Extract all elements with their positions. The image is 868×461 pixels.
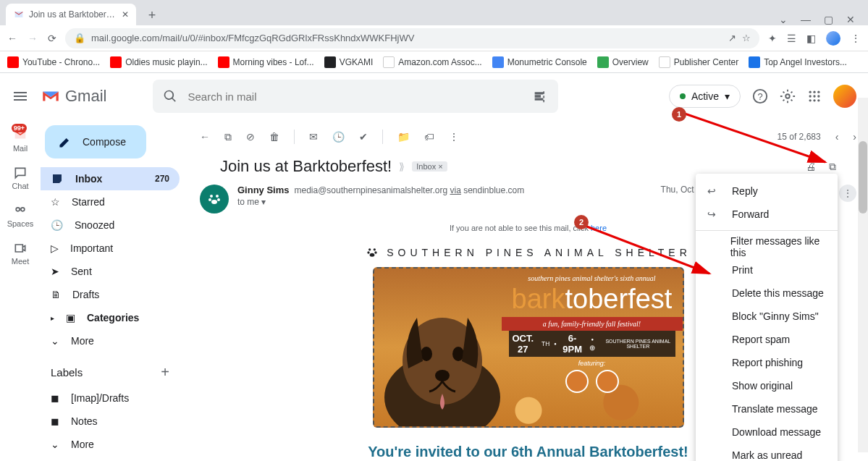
kebab-icon[interactable]: ⋮ [851, 33, 861, 44]
gmail-logo[interactable]: Gmail [41, 87, 106, 106]
search-box[interactable] [153, 80, 558, 113]
close-icon[interactable]: ✕ [122, 9, 129, 20]
mark-unread-icon[interactable]: ✉ [309, 131, 318, 143]
menu-delete[interactable]: Delete this message [696, 282, 838, 305]
menu-forward[interactable]: ↪Forward [696, 203, 838, 226]
apps-icon[interactable] [807, 89, 822, 103]
spaces-icon [13, 203, 28, 218]
fallback-link[interactable]: here [591, 224, 607, 232]
add-task-icon[interactable]: ✔ [359, 131, 368, 143]
label-more[interactable]: ⌄More [41, 433, 180, 456]
menu-filter[interactable]: Filter messages like this [696, 235, 838, 258]
back-icon[interactable]: ← [200, 131, 210, 143]
share-icon[interactable]: ↗ [728, 33, 736, 43]
new-tab-button[interactable]: + [142, 5, 162, 25]
sender-avatar[interactable] [200, 185, 229, 213]
bookmark-item[interactable]: VGKAMI [324, 56, 374, 68]
bookmark-item[interactable]: Overview [597, 56, 649, 68]
menu-print[interactable]: Print [696, 258, 838, 282]
menu-phishing[interactable]: Report phishing [696, 351, 838, 374]
window-controls: ⌄ — ▢ ✕ [779, 14, 862, 25]
bookmark-item[interactable]: Publisher Center [659, 56, 738, 68]
bookmark-item[interactable]: Monumetric Console [492, 56, 587, 68]
sidebar-item-more[interactable]: ⌄More [41, 329, 180, 352]
sidebar-item-inbox[interactable]: Inbox270 [41, 167, 180, 190]
chat-icon [13, 166, 28, 180]
svg-text:?: ? [757, 91, 762, 102]
popout-icon[interactable]: ⧉ [829, 161, 836, 173]
star-icon[interactable]: ☆ [742, 33, 751, 43]
menu-block[interactable]: Block "Ginny Sims" [696, 305, 838, 328]
bookmark-item[interactable]: YouTube - Chrono... [7, 56, 100, 68]
menu-icon[interactable] [12, 88, 29, 105]
maximize-icon[interactable]: ▢ [824, 14, 833, 25]
close-window-icon[interactable]: ✕ [846, 14, 855, 25]
search-input[interactable] [187, 90, 523, 103]
rail-spaces[interactable]: Spaces [7, 203, 34, 228]
chevron-down-icon[interactable]: ⌄ [779, 14, 788, 25]
prev-icon[interactable]: ‹ [835, 131, 839, 143]
svg-point-15 [216, 195, 219, 198]
reload-icon[interactable]: ⟳ [48, 33, 56, 44]
settings-icon[interactable] [780, 88, 796, 104]
archive-icon[interactable]: ⧉ [224, 131, 232, 143]
chevron-down-icon: ⌄ [51, 439, 59, 450]
bookmark-item[interactable]: Amazon.com Assoc... [383, 56, 481, 68]
paw-logo-icon [365, 245, 379, 260]
account-avatar[interactable] [833, 85, 856, 108]
extensions-icon[interactable]: ✦ [768, 33, 777, 44]
forward-icon: → [28, 33, 38, 44]
label-item[interactable]: ◼Notes [41, 410, 180, 433]
menu-translate[interactable]: Translate message [696, 397, 838, 420]
more-icon[interactable]: ⋮ [449, 131, 459, 143]
browser-tab[interactable]: Join us at Barktoberfest! - marsh ✕ [6, 4, 136, 25]
label-icon[interactable]: 🏷 [424, 131, 434, 143]
rail-mail[interactable]: 99+ Mail [12, 127, 28, 153]
compose-button[interactable]: Compose [45, 125, 146, 158]
delete-icon[interactable]: 🗑 [269, 131, 279, 143]
side-panel-icon[interactable]: ◧ [806, 33, 816, 44]
menu-download[interactable]: Download message [696, 420, 838, 444]
reading-list-icon[interactable]: ☰ [787, 33, 796, 44]
url-field[interactable]: 🔒 mail.google.com/mail/u/0/#inbox/FMfcgz… [65, 28, 759, 48]
label-item[interactable]: ◼[Imap]/Drafts [41, 386, 180, 410]
rail-chat[interactable]: Chat [12, 166, 28, 190]
back-icon[interactable]: ← [7, 33, 17, 44]
next-icon[interactable]: › [853, 131, 856, 143]
menu-spam[interactable]: Report spam [696, 328, 838, 351]
profile-avatar-icon[interactable] [826, 31, 840, 46]
gmail-favicon-icon [13, 9, 25, 20]
sidebar-item-snoozed[interactable]: 🕒Snoozed [41, 213, 180, 237]
tune-icon[interactable] [534, 89, 548, 103]
vertical-scrollbar[interactable] [858, 98, 868, 452]
meet-icon [13, 241, 28, 255]
scrollbar-thumb[interactable] [859, 141, 867, 213]
snooze-icon[interactable]: 🕒 [332, 131, 345, 143]
bookmark-item[interactable]: Oldies music playin... [110, 56, 207, 68]
bookmark-item[interactable]: Top Angel Investors... [749, 56, 847, 68]
menu-original[interactable]: Show original [696, 374, 838, 397]
important-marker-icon[interactable]: ⟫ [399, 161, 405, 172]
minimize-icon[interactable]: — [801, 14, 811, 25]
menu-reply[interactable]: ↩Reply [696, 179, 838, 203]
add-label-icon[interactable]: + [161, 364, 169, 381]
move-icon[interactable]: 📁 [397, 131, 410, 143]
help-icon[interactable]: ? [752, 88, 768, 104]
svg-point-3 [809, 91, 812, 93]
sidebar-item-categories[interactable]: ▸▣Categories [41, 306, 180, 329]
sidebar-item-important[interactable]: ▷Important [41, 237, 180, 260]
menu-unread[interactable]: Mark as unread [696, 444, 838, 461]
sidebar-item-starred[interactable]: ☆Starred [41, 190, 180, 213]
pagination-counter: 15 of 2,683 [778, 132, 821, 142]
print-icon[interactable]: 🖨 [806, 161, 816, 173]
spam-icon[interactable]: ⊘ [246, 131, 255, 143]
sidebar-item-drafts[interactable]: 🗎Drafts [41, 283, 180, 306]
rail-meet[interactable]: Meet [12, 241, 29, 266]
message-more-icon[interactable]: ⋮ [839, 185, 856, 202]
to-line[interactable]: to me ▾ [237, 197, 652, 207]
status-chip[interactable]: Active▾ [669, 85, 741, 108]
bookmark-item[interactable]: Morning vibes - Lof... [218, 56, 314, 68]
svg-point-21 [368, 251, 370, 253]
inbox-chip[interactable]: Inbox × [412, 161, 447, 172]
sidebar-item-sent[interactable]: ➤Sent [41, 260, 180, 283]
